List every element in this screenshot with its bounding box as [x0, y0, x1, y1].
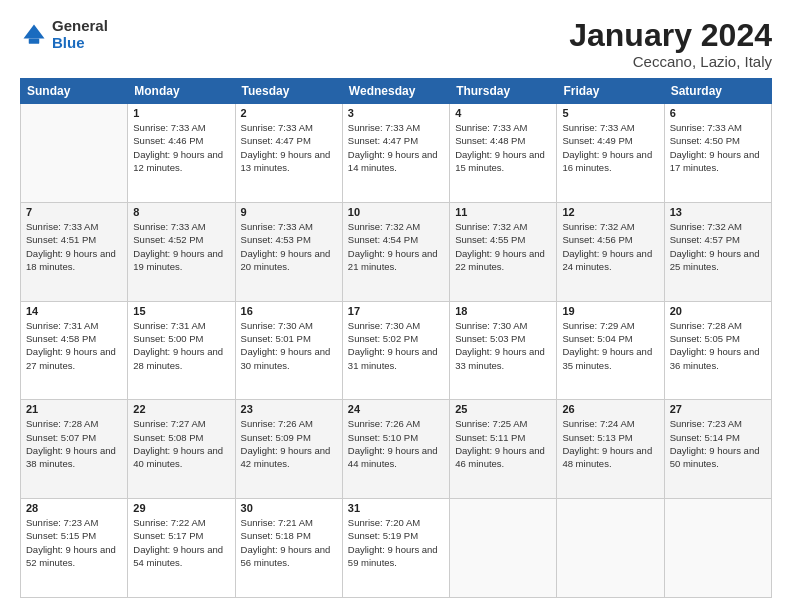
table-row: 27Sunrise: 7:23 AMSunset: 5:14 PMDayligh…	[664, 400, 771, 499]
logo-icon	[20, 21, 48, 49]
day-number: 7	[26, 206, 122, 218]
day-number: 27	[670, 403, 766, 415]
day-number: 6	[670, 107, 766, 119]
day-number: 22	[133, 403, 229, 415]
table-row: 11Sunrise: 7:32 AMSunset: 4:55 PMDayligh…	[450, 202, 557, 301]
day-number: 9	[241, 206, 337, 218]
day-info: Sunrise: 7:29 AMSunset: 5:04 PMDaylight:…	[562, 319, 658, 372]
table-row: 16Sunrise: 7:30 AMSunset: 5:01 PMDayligh…	[235, 301, 342, 400]
table-row: 4Sunrise: 7:33 AMSunset: 4:48 PMDaylight…	[450, 104, 557, 203]
table-row: 12Sunrise: 7:32 AMSunset: 4:56 PMDayligh…	[557, 202, 664, 301]
day-info: Sunrise: 7:32 AMSunset: 4:57 PMDaylight:…	[670, 220, 766, 273]
table-row: 17Sunrise: 7:30 AMSunset: 5:02 PMDayligh…	[342, 301, 449, 400]
table-row: 1Sunrise: 7:33 AMSunset: 4:46 PMDaylight…	[128, 104, 235, 203]
day-number: 19	[562, 305, 658, 317]
table-row: 28Sunrise: 7:23 AMSunset: 5:15 PMDayligh…	[21, 499, 128, 598]
col-tuesday: Tuesday	[235, 79, 342, 104]
day-number: 24	[348, 403, 444, 415]
col-saturday: Saturday	[664, 79, 771, 104]
calendar-week-row: 7Sunrise: 7:33 AMSunset: 4:51 PMDaylight…	[21, 202, 772, 301]
logo-text: General Blue	[52, 18, 108, 51]
table-row: 30Sunrise: 7:21 AMSunset: 5:18 PMDayligh…	[235, 499, 342, 598]
table-row: 20Sunrise: 7:28 AMSunset: 5:05 PMDayligh…	[664, 301, 771, 400]
day-number: 30	[241, 502, 337, 514]
col-monday: Monday	[128, 79, 235, 104]
table-row: 7Sunrise: 7:33 AMSunset: 4:51 PMDaylight…	[21, 202, 128, 301]
day-number: 25	[455, 403, 551, 415]
day-info: Sunrise: 7:28 AMSunset: 5:05 PMDaylight:…	[670, 319, 766, 372]
table-row: 26Sunrise: 7:24 AMSunset: 5:13 PMDayligh…	[557, 400, 664, 499]
day-info: Sunrise: 7:21 AMSunset: 5:18 PMDaylight:…	[241, 516, 337, 569]
calendar-title: January 2024	[569, 18, 772, 53]
calendar-subtitle: Ceccano, Lazio, Italy	[569, 53, 772, 70]
day-info: Sunrise: 7:33 AMSunset: 4:47 PMDaylight:…	[348, 121, 444, 174]
svg-rect-1	[29, 38, 40, 43]
table-row	[557, 499, 664, 598]
day-number: 3	[348, 107, 444, 119]
day-info: Sunrise: 7:33 AMSunset: 4:51 PMDaylight:…	[26, 220, 122, 273]
day-info: Sunrise: 7:33 AMSunset: 4:52 PMDaylight:…	[133, 220, 229, 273]
table-row: 14Sunrise: 7:31 AMSunset: 4:58 PMDayligh…	[21, 301, 128, 400]
calendar-header-row: Sunday Monday Tuesday Wednesday Thursday…	[21, 79, 772, 104]
day-info: Sunrise: 7:24 AMSunset: 5:13 PMDaylight:…	[562, 417, 658, 470]
svg-marker-0	[24, 24, 45, 38]
day-info: Sunrise: 7:26 AMSunset: 5:10 PMDaylight:…	[348, 417, 444, 470]
day-number: 8	[133, 206, 229, 218]
day-info: Sunrise: 7:32 AMSunset: 4:55 PMDaylight:…	[455, 220, 551, 273]
day-info: Sunrise: 7:33 AMSunset: 4:46 PMDaylight:…	[133, 121, 229, 174]
table-row: 5Sunrise: 7:33 AMSunset: 4:49 PMDaylight…	[557, 104, 664, 203]
day-number: 12	[562, 206, 658, 218]
table-row: 15Sunrise: 7:31 AMSunset: 5:00 PMDayligh…	[128, 301, 235, 400]
day-info: Sunrise: 7:32 AMSunset: 4:54 PMDaylight:…	[348, 220, 444, 273]
table-row: 18Sunrise: 7:30 AMSunset: 5:03 PMDayligh…	[450, 301, 557, 400]
table-row: 25Sunrise: 7:25 AMSunset: 5:11 PMDayligh…	[450, 400, 557, 499]
day-number: 26	[562, 403, 658, 415]
day-info: Sunrise: 7:33 AMSunset: 4:50 PMDaylight:…	[670, 121, 766, 174]
table-row: 9Sunrise: 7:33 AMSunset: 4:53 PMDaylight…	[235, 202, 342, 301]
day-info: Sunrise: 7:28 AMSunset: 5:07 PMDaylight:…	[26, 417, 122, 470]
day-number: 13	[670, 206, 766, 218]
table-row	[664, 499, 771, 598]
col-wednesday: Wednesday	[342, 79, 449, 104]
table-row	[21, 104, 128, 203]
calendar-week-row: 14Sunrise: 7:31 AMSunset: 4:58 PMDayligh…	[21, 301, 772, 400]
day-info: Sunrise: 7:33 AMSunset: 4:49 PMDaylight:…	[562, 121, 658, 174]
table-row: 10Sunrise: 7:32 AMSunset: 4:54 PMDayligh…	[342, 202, 449, 301]
day-number: 5	[562, 107, 658, 119]
calendar-week-row: 28Sunrise: 7:23 AMSunset: 5:15 PMDayligh…	[21, 499, 772, 598]
day-number: 1	[133, 107, 229, 119]
day-number: 31	[348, 502, 444, 514]
table-row: 31Sunrise: 7:20 AMSunset: 5:19 PMDayligh…	[342, 499, 449, 598]
day-info: Sunrise: 7:23 AMSunset: 5:15 PMDaylight:…	[26, 516, 122, 569]
title-block: January 2024 Ceccano, Lazio, Italy	[569, 18, 772, 70]
logo: General Blue	[20, 18, 108, 51]
day-info: Sunrise: 7:30 AMSunset: 5:01 PMDaylight:…	[241, 319, 337, 372]
day-info: Sunrise: 7:23 AMSunset: 5:14 PMDaylight:…	[670, 417, 766, 470]
col-sunday: Sunday	[21, 79, 128, 104]
table-row: 24Sunrise: 7:26 AMSunset: 5:10 PMDayligh…	[342, 400, 449, 499]
day-info: Sunrise: 7:33 AMSunset: 4:48 PMDaylight:…	[455, 121, 551, 174]
day-number: 28	[26, 502, 122, 514]
day-info: Sunrise: 7:31 AMSunset: 4:58 PMDaylight:…	[26, 319, 122, 372]
table-row: 2Sunrise: 7:33 AMSunset: 4:47 PMDaylight…	[235, 104, 342, 203]
day-info: Sunrise: 7:25 AMSunset: 5:11 PMDaylight:…	[455, 417, 551, 470]
col-friday: Friday	[557, 79, 664, 104]
table-row: 6Sunrise: 7:33 AMSunset: 4:50 PMDaylight…	[664, 104, 771, 203]
day-info: Sunrise: 7:26 AMSunset: 5:09 PMDaylight:…	[241, 417, 337, 470]
day-number: 11	[455, 206, 551, 218]
day-number: 17	[348, 305, 444, 317]
table-row: 13Sunrise: 7:32 AMSunset: 4:57 PMDayligh…	[664, 202, 771, 301]
table-row: 21Sunrise: 7:28 AMSunset: 5:07 PMDayligh…	[21, 400, 128, 499]
logo-blue-text: Blue	[52, 35, 108, 52]
calendar-table: Sunday Monday Tuesday Wednesday Thursday…	[20, 78, 772, 598]
table-row: 22Sunrise: 7:27 AMSunset: 5:08 PMDayligh…	[128, 400, 235, 499]
logo-general-text: General	[52, 18, 108, 35]
calendar-week-row: 21Sunrise: 7:28 AMSunset: 5:07 PMDayligh…	[21, 400, 772, 499]
day-info: Sunrise: 7:30 AMSunset: 5:03 PMDaylight:…	[455, 319, 551, 372]
day-number: 10	[348, 206, 444, 218]
day-number: 4	[455, 107, 551, 119]
header: General Blue January 2024 Ceccano, Lazio…	[20, 18, 772, 70]
col-thursday: Thursday	[450, 79, 557, 104]
day-info: Sunrise: 7:31 AMSunset: 5:00 PMDaylight:…	[133, 319, 229, 372]
day-number: 21	[26, 403, 122, 415]
